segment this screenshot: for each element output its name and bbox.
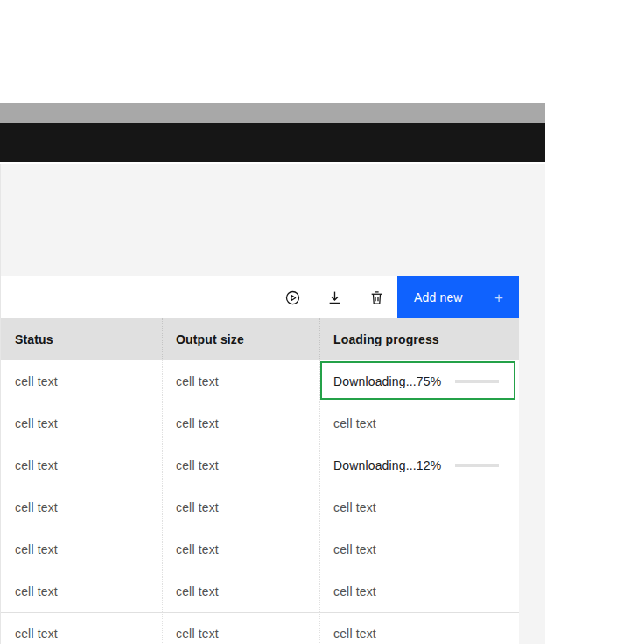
table-header-row: Status Output size Loading progress: [1, 318, 519, 360]
loading-progress-cell-focused[interactable]: Downloading...75%: [319, 360, 519, 402]
add-new-label: Add new: [414, 290, 463, 304]
output-size-cell: cell text: [162, 528, 319, 570]
progress-bar: [455, 380, 499, 383]
status-cell: cell text: [1, 570, 162, 612]
progress-bar: [455, 464, 499, 467]
story-canvas: Add new + Status Output size Loading pro…: [0, 164, 545, 644]
table-row: cell text cell text Downloading...12%: [1, 444, 519, 486]
loading-progress-cell: cell text: [319, 528, 519, 570]
data-table-widget: Add new + Status Output size Loading pro…: [1, 276, 519, 644]
column-header-loading-progress: Loading progress: [319, 318, 519, 360]
status-cell: cell text: [1, 528, 162, 570]
download-button[interactable]: [313, 276, 355, 318]
play-outline-icon: [285, 290, 300, 305]
table-row: cell text cell text Downloading...75%: [1, 360, 519, 402]
output-size-cell: cell text: [162, 570, 319, 612]
column-header-output-size: Output size: [162, 318, 319, 360]
window-title-bar: [0, 103, 545, 122]
delete-button[interactable]: [355, 276, 397, 318]
loading-progress-cell: cell text: [319, 486, 519, 528]
table-row: cell text cell text cell text: [1, 528, 519, 570]
status-cell: cell text: [1, 444, 162, 486]
status-cell: cell text: [1, 486, 162, 528]
loading-progress-cell: cell text: [319, 570, 519, 612]
loading-label: Downloading...12%: [333, 458, 441, 472]
status-cell: cell text: [1, 402, 162, 444]
download-icon: [327, 290, 342, 305]
table-toolbar: Add new +: [1, 276, 519, 318]
output-size-cell: cell text: [162, 612, 319, 644]
table-row: cell text cell text cell text: [1, 486, 519, 528]
output-size-cell: cell text: [162, 360, 319, 402]
output-size-cell: cell text: [162, 444, 319, 486]
play-button[interactable]: [271, 276, 313, 318]
loading-progress-cell: cell text: [319, 402, 519, 444]
output-size-cell: cell text: [162, 486, 319, 528]
table-row: cell text cell text cell text: [1, 570, 519, 612]
app-header-bar: [0, 122, 545, 162]
table-row: cell text cell text cell text: [1, 402, 519, 444]
loading-progress-cell: cell text: [319, 612, 519, 644]
add-new-button[interactable]: Add new +: [397, 276, 519, 318]
loading-label: Downloading...75%: [333, 374, 441, 388]
plus-icon: +: [494, 290, 503, 305]
table-row: cell text cell text cell text: [1, 612, 519, 644]
status-cell: cell text: [1, 612, 162, 644]
status-cell: cell text: [1, 360, 162, 402]
trash-icon: [369, 290, 384, 305]
column-header-status: Status: [1, 318, 162, 360]
loading-progress-cell: Downloading...12%: [319, 444, 519, 486]
page: Add new + Status Output size Loading pro…: [0, 0, 644, 644]
output-size-cell: cell text: [162, 402, 319, 444]
